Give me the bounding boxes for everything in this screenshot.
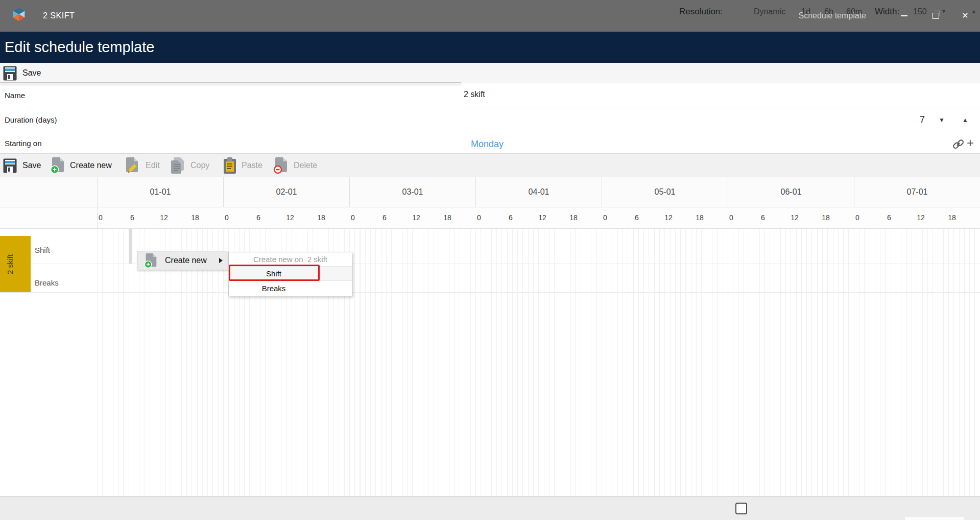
hour-tick: 6	[883, 207, 895, 228]
context-menu-create-new[interactable]: Create new	[137, 251, 228, 270]
schedule-save-button[interactable]: Save	[3, 154, 41, 177]
duration-increase-arrow[interactable]: ▲	[962, 117, 968, 123]
width-label: Width:	[875, 0, 899, 23]
copy-label: Copy	[190, 161, 209, 170]
hour-tick: 18	[442, 207, 453, 228]
delete-label: Delete	[294, 161, 317, 170]
width-increase-arrow[interactable]: ▲	[971, 0, 977, 23]
name-label: Name	[5, 91, 25, 100]
hour-tick: 12	[158, 207, 170, 228]
create-new-icon	[50, 157, 65, 174]
day-header: 01-01	[97, 177, 223, 207]
hour-tick: 18	[316, 207, 327, 228]
page-header: Edit schedule template	[0, 32, 980, 63]
create-new-button[interactable]: Create new	[50, 154, 112, 177]
hour-tick: 12	[411, 207, 422, 228]
app-logo-icon	[11, 7, 27, 22]
day-header: 07-01	[854, 177, 980, 207]
hour-tick: 18	[189, 207, 201, 228]
paste-button[interactable]: Paste	[223, 154, 262, 177]
link-icon[interactable]	[952, 138, 965, 151]
statusbar	[0, 497, 980, 520]
context-menu-create-new-label: Create new	[165, 256, 207, 265]
hour-tick: 6	[757, 207, 769, 228]
top-toolbar	[0, 63, 980, 83]
save-icon	[3, 65, 17, 81]
day-header: 05-01	[602, 177, 728, 207]
submenu-arrow-icon	[219, 258, 223, 263]
hour-tick: 0	[347, 207, 358, 228]
name-input[interactable]: 2 skift	[464, 90, 485, 99]
day-header: 03-01	[349, 177, 475, 207]
page-title: Edit schedule template	[5, 32, 154, 63]
hour-tick: 18	[946, 207, 958, 228]
hour-tick: 12	[537, 207, 548, 228]
duration-label: Duration (days)	[5, 115, 57, 124]
hour-tick: 6	[127, 207, 138, 228]
starting-on-link[interactable]: Monday	[471, 139, 504, 150]
group-label: 2 skift	[3, 236, 16, 292]
hour-tick: 18	[694, 207, 705, 228]
save-button[interactable]: Save	[3, 63, 41, 83]
hour-tick: 0	[726, 207, 737, 228]
hour-tick: 0	[852, 207, 863, 228]
timeline-cursor-marker	[129, 229, 132, 264]
timeline-hour-header: 0612180612180612180612180612180612180612…	[0, 207, 980, 229]
timeline-date-header: 01-0102-0103-0104-0105-0106-0107-01	[0, 177, 980, 207]
resolution-option-1d[interactable]: 1d	[801, 0, 810, 23]
create-new-icon	[144, 253, 158, 269]
copy-button[interactable]: Copy	[170, 154, 209, 177]
width-decrease-arrow[interactable]: ▼	[941, 0, 947, 23]
duration-input[interactable]: 7	[916, 114, 928, 125]
edit-icon	[124, 157, 139, 174]
day-header: 02-01	[223, 177, 349, 207]
submenu-item-breaks[interactable]: Breaks	[229, 281, 352, 296]
resolution-option-6h[interactable]: 6h	[824, 0, 833, 23]
resolution-label: Resolution:	[679, 0, 723, 23]
width-input[interactable]: 150	[913, 0, 927, 23]
name-underline	[463, 107, 980, 107]
width-popup-edge	[905, 517, 964, 520]
application-window: 2 SKIFT Schedule template ✕ Edit schedul…	[0, 0, 980, 520]
hour-tick: 12	[789, 207, 800, 228]
hour-tick: 12	[663, 207, 674, 228]
edit-label: Edit	[146, 161, 160, 170]
hour-tick: 0	[600, 207, 611, 228]
duration-decrease-arrow[interactable]: ▼	[939, 117, 945, 123]
hour-tick: 12	[915, 207, 926, 228]
save-label: Save	[22, 68, 41, 78]
hour-tick: 18	[568, 207, 579, 228]
duration-underline	[463, 130, 980, 130]
app-title: 2 SKIFT	[43, 0, 75, 32]
edit-button[interactable]: Edit	[124, 154, 160, 177]
hour-tick: 18	[820, 207, 831, 228]
row-separator	[0, 292, 980, 293]
submenu-item-breaks-label: Breaks	[229, 281, 319, 296]
delete-button[interactable]: Delete	[273, 154, 317, 177]
copy-icon	[170, 157, 185, 174]
paste-label: Paste	[242, 161, 262, 170]
row-label-shift: Shift	[35, 246, 50, 254]
starting-on-label: Starting on	[5, 139, 42, 148]
create-new-label: Create new	[70, 161, 112, 170]
row-label-breaks: Breaks	[35, 278, 59, 287]
delete-icon	[273, 157, 289, 174]
hour-tick: 0	[473, 207, 485, 228]
day-header: 04-01	[475, 177, 602, 207]
hour-tick: 0	[221, 207, 232, 228]
add-icon[interactable]: +	[967, 136, 974, 150]
restore-icon	[933, 13, 939, 19]
minimize-icon	[901, 15, 907, 16]
shift-highlight-annotation	[229, 265, 320, 281]
hour-tick: 6	[505, 207, 516, 228]
hour-tick: 6	[631, 207, 642, 228]
hour-tick: 12	[284, 207, 296, 228]
paste-icon	[223, 157, 236, 174]
hour-tick: 6	[379, 207, 390, 228]
save-icon	[3, 158, 17, 174]
hour-tick: 6	[253, 207, 264, 228]
dynamic-label[interactable]: Dynamic	[754, 0, 785, 23]
resolution-option-60m[interactable]: 60m	[846, 0, 862, 23]
dynamic-checkbox[interactable]	[735, 503, 747, 514]
day-header: 06-01	[728, 177, 854, 207]
